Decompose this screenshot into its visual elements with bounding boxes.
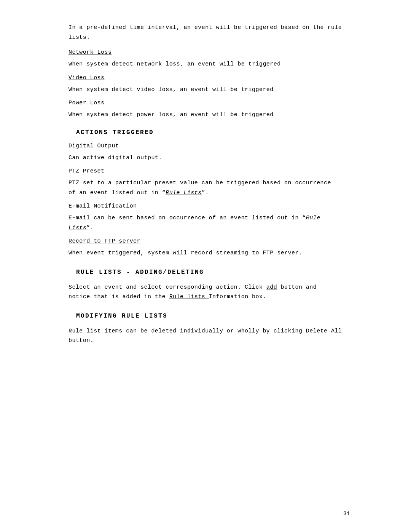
digital-output-heading: Digital Output <box>68 143 342 149</box>
power-loss-body: When system detect power loss, an event … <box>68 110 342 120</box>
modifying-body: Rule list items can be deleted individua… <box>68 326 342 346</box>
power-loss-heading: Power Loss <box>68 100 342 106</box>
rule-lists-add-link: add <box>266 284 277 291</box>
network-loss-body: When system detect network loss, an even… <box>68 59 342 69</box>
rule-lists-title: RULE LISTS - ADDING/DELETING <box>68 269 342 276</box>
digital-output-body: Can active digital output. <box>68 153 342 163</box>
rule-lists-link2: Rule lists <box>169 294 209 300</box>
ptz-preset-heading: PTZ Preset <box>68 168 342 174</box>
ptz-preset-body: PTZ set to a particular preset value can… <box>68 178 342 198</box>
email-notification-body: E-mail can be sent based on occurrence o… <box>68 213 342 233</box>
ftp-server-heading: Record to FTP server <box>68 238 342 244</box>
email-notification-section: E-mail Notification E-mail can be sent b… <box>68 203 342 233</box>
network-loss-section: Network Loss When system detect network … <box>68 49 342 69</box>
page-number: 31 <box>343 511 350 517</box>
ptz-preset-section: PTZ Preset PTZ set to a particular prese… <box>68 168 342 198</box>
rule-lists-body-p3: notice that is added in the <box>68 294 169 300</box>
video-loss-section: Video Loss When system detect video loss… <box>68 75 342 95</box>
rule-lists-body-p2: button and <box>277 284 317 291</box>
intro-paragraph: In a pre-defined time interval, an event… <box>68 23 342 42</box>
ptz-body-line2-prefix: of an event listed out in “ <box>68 190 166 196</box>
modifying-title: MODIFYING RULE LISTS <box>68 313 342 320</box>
rule-lists-body-p1: Select an event and select corresponding… <box>68 284 266 291</box>
email-body-prefix: E-mail can be sent based on occurrence o… <box>68 215 306 221</box>
network-loss-heading: Network Loss <box>68 49 342 56</box>
email-rule-link2: Lists <box>68 225 86 231</box>
power-loss-section: Power Loss When system detect power loss… <box>68 100 342 120</box>
ptz-body-line1: PTZ set to a particular preset value can… <box>68 180 331 186</box>
actions-triggered-title: ACTIONS TRIGGERED <box>68 129 342 136</box>
email-rule-link1: Rule <box>306 215 320 221</box>
video-loss-heading: Video Loss <box>68 75 342 81</box>
email-notification-heading: E-mail Notification <box>68 203 342 209</box>
email-body-suffix: ”. <box>86 225 94 231</box>
ptz-rule-lists-link: Rule Lists <box>166 190 202 196</box>
ftp-server-section: Record to FTP server When event triggere… <box>68 238 342 258</box>
rule-lists-body-p4: Information box. <box>209 294 266 300</box>
modifying-body-p2: button. <box>68 337 94 344</box>
video-loss-body: When system detect video loss, an event … <box>68 85 342 95</box>
intro-line2: lists. <box>68 34 90 41</box>
intro-line1: In a pre-defined time interval, an event… <box>68 24 342 31</box>
modifying-body-p1: Rule list items can be deleted individua… <box>68 328 342 334</box>
rule-lists-body: Select an event and select corresponding… <box>68 283 342 302</box>
ftp-server-body: When event triggered, system will record… <box>68 248 342 258</box>
ptz-body-line2-suffix: ”. <box>202 190 209 196</box>
digital-output-section: Digital Output Can active digital output… <box>68 143 342 163</box>
